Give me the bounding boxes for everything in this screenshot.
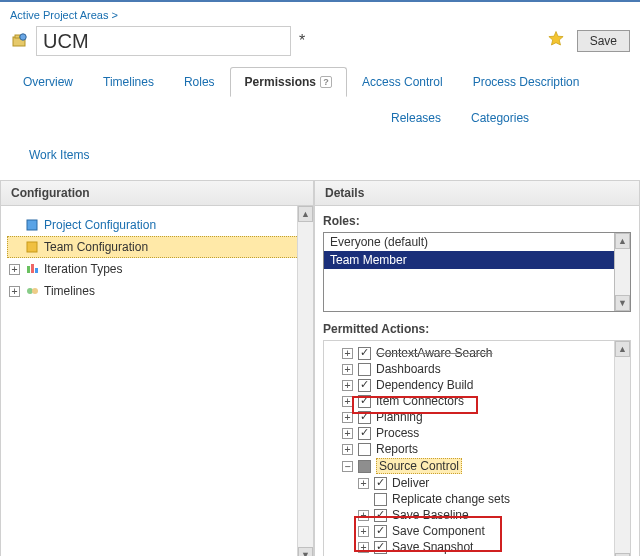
breadcrumb-link[interactable]: Active Project Areas > <box>10 9 118 21</box>
checkbox[interactable] <box>374 477 387 490</box>
checkbox[interactable] <box>358 427 371 440</box>
perm-save-component[interactable]: + Save Component <box>358 523 626 539</box>
required-indicator: * <box>299 32 305 50</box>
tab-access-control[interactable]: Access Control <box>347 66 458 96</box>
checkbox[interactable] <box>358 363 371 376</box>
svg-rect-1 <box>15 35 20 38</box>
expander-blank <box>358 494 369 505</box>
details-body: Roles: ▲ ▼ Everyone (default) Team Membe… <box>314 206 640 556</box>
perm-save-snapshot[interactable]: + Save Snapshot <box>358 539 626 555</box>
checkbox[interactable] <box>374 509 387 522</box>
perm-replicate-change-sets[interactable]: Replicate change sets <box>358 491 626 507</box>
expander-icon[interactable]: + <box>342 412 353 423</box>
scroll-up-icon[interactable]: ▲ <box>615 233 630 249</box>
perm-label: Save Baseline <box>392 508 469 522</box>
tree-item-team-config[interactable]: Team Configuration <box>7 236 307 258</box>
expander-icon[interactable]: + <box>358 478 369 489</box>
svg-rect-3 <box>27 220 37 230</box>
configuration-tree: ▲ ▼ Project Configuration Team Configur <box>0 206 314 556</box>
perm-reports[interactable]: + Reports <box>342 441 626 457</box>
checkbox[interactable] <box>374 493 387 506</box>
perm-process[interactable]: + Process <box>342 425 626 441</box>
perm-dependency-build[interactable]: + Dependency Build <box>342 377 626 393</box>
iteration-types-icon <box>24 261 40 277</box>
svg-rect-6 <box>31 264 34 273</box>
details-header: Details <box>314 180 640 206</box>
perm-label: Planning <box>376 410 423 424</box>
tab-overview[interactable]: Overview <box>8 66 88 96</box>
perm-item-connectors[interactable]: + Item Connectors <box>342 393 626 409</box>
perm-label: Deliver <box>392 476 429 490</box>
tab-permissions-label: Permissions <box>245 75 316 89</box>
permitted-actions-tree: ▲ ▼ + ContextAware Search + Dashboards <box>323 340 631 556</box>
roles-label: Roles: <box>323 214 631 228</box>
expander-icon[interactable]: + <box>342 380 353 391</box>
perm-dashboards[interactable]: + Dashboards <box>342 361 626 377</box>
tab-releases[interactable]: Releases <box>376 103 456 132</box>
scroll-up-icon[interactable]: ▲ <box>298 206 313 222</box>
perm-label: Save Snapshot <box>392 540 473 554</box>
tabs-row-3: Work Items <box>0 133 640 180</box>
permitted-actions-label: Permitted Actions: <box>323 322 631 336</box>
tab-process-description[interactable]: Process Description <box>458 66 595 96</box>
expander-icon[interactable]: + <box>358 510 369 521</box>
scrollbar[interactable]: ▲ ▼ <box>297 206 313 556</box>
save-button[interactable]: Save <box>577 30 630 52</box>
checkbox[interactable] <box>358 411 371 424</box>
perm-label: Save Component <box>392 524 485 538</box>
expander-icon[interactable]: + <box>358 542 369 553</box>
tree-item-iteration-types[interactable]: + Iteration Types <box>7 258 307 280</box>
checkbox[interactable] <box>358 379 371 392</box>
timelines-icon <box>24 283 40 299</box>
expander-icon[interactable]: + <box>342 364 353 375</box>
tab-timelines[interactable]: Timelines <box>88 66 169 96</box>
expander-blank <box>9 220 20 231</box>
perm-label: Source Control <box>376 458 462 474</box>
expander-icon[interactable]: + <box>358 526 369 537</box>
checkbox[interactable] <box>358 443 371 456</box>
tree-item-project-config[interactable]: Project Configuration <box>7 214 307 236</box>
perm-source-control[interactable]: − Source Control <box>342 457 626 475</box>
scroll-down-icon[interactable]: ▼ <box>298 547 313 556</box>
expander-icon[interactable]: + <box>342 428 353 439</box>
checkbox[interactable] <box>374 525 387 538</box>
role-option-everyone[interactable]: Everyone (default) <box>324 233 630 251</box>
favorite-icon[interactable] <box>547 30 565 53</box>
svg-rect-7 <box>35 268 38 273</box>
expander-icon[interactable]: + <box>342 444 353 455</box>
tab-roles[interactable]: Roles <box>169 66 230 96</box>
perm-deliver[interactable]: + Deliver <box>358 475 626 491</box>
checkbox-mixed[interactable] <box>358 460 371 473</box>
perm-save-baseline[interactable]: + Save Baseline <box>358 507 626 523</box>
tree-label: Timelines <box>44 281 95 301</box>
scrollbar[interactable]: ▲ ▼ <box>614 233 630 311</box>
perm-planning[interactable]: + Planning <box>342 409 626 425</box>
help-icon[interactable]: ? <box>320 76 332 88</box>
role-option-team-member[interactable]: Team Member <box>324 251 630 269</box>
svg-point-9 <box>32 288 38 294</box>
scroll-up-icon[interactable]: ▲ <box>615 341 630 357</box>
expander-icon[interactable]: − <box>342 461 353 472</box>
tab-categories[interactable]: Categories <box>456 103 544 132</box>
expander-icon[interactable]: + <box>342 348 353 359</box>
config-icon <box>24 217 40 233</box>
perm-label: Reports <box>376 442 418 456</box>
expander-icon[interactable]: + <box>342 396 353 407</box>
header: * Save <box>0 26 640 62</box>
roles-listbox[interactable]: ▲ ▼ Everyone (default) Team Member <box>323 232 631 312</box>
tree-item-timelines[interactable]: + Timelines <box>7 280 307 302</box>
tree-label: Iteration Types <box>44 259 123 279</box>
checkbox[interactable] <box>358 395 371 408</box>
scroll-down-icon[interactable]: ▼ <box>615 295 630 311</box>
scrollbar[interactable]: ▲ ▼ <box>614 341 630 556</box>
checkbox[interactable] <box>374 541 387 554</box>
expander-icon[interactable]: + <box>9 264 20 275</box>
perm-contextaware-search[interactable]: + ContextAware Search <box>342 345 626 361</box>
checkbox[interactable] <box>358 347 371 360</box>
tree-label: Project Configuration <box>44 215 156 235</box>
expander-icon[interactable]: + <box>9 286 20 297</box>
project-name-input[interactable] <box>36 26 291 56</box>
perm-label: ContextAware Search <box>376 346 493 360</box>
tab-permissions[interactable]: Permissions ? <box>230 67 347 97</box>
tab-work-items[interactable]: Work Items <box>14 143 626 166</box>
